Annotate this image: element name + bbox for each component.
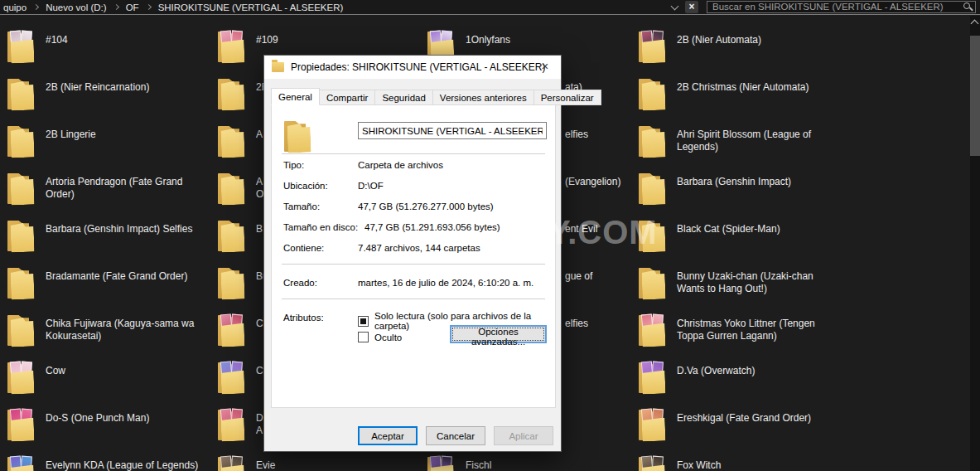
- folder-item[interactable]: 2B Christmas (Nier Automata): [638, 76, 842, 111]
- folder-icon: [7, 265, 35, 300]
- tab-versiones-anteriores[interactable]: Versiones anteriores: [433, 90, 534, 105]
- chevron-down-icon[interactable]: [671, 2, 679, 11]
- vertical-scrollbar[interactable]: [970, 16, 980, 471]
- folder-item[interactable]: Evelynn KDA (League of Legends): [7, 454, 211, 471]
- folder-item[interactable]: Chika Fujiwara (Kaguya-sama wa Kokuraset…: [7, 313, 211, 347]
- folder-item-label: Evelynn KDA (League of Legends): [46, 459, 211, 471]
- address-toolbar: quipo Nuevo vol (D:) OF SHIROKITSUNE (VE…: [0, 0, 980, 15]
- general-tab-page: Tipo: Carpeta de archivos Ubicación: D:\…: [271, 104, 556, 408]
- folder-icon: [7, 407, 35, 442]
- folder-column-1: #1042B (Nier Reincarnation)2B LingerieAr…: [7, 15, 215, 471]
- chevron-right-icon: [113, 4, 119, 10]
- folder-icon: [217, 218, 245, 253]
- folder-item[interactable]: Ahri Spirit Blossom (League of Legends): [638, 124, 842, 158]
- info-value: 7.487 archivos, 144 carpetas: [358, 243, 548, 253]
- info-label: Tamaño en disco:: [283, 222, 364, 232]
- breadcrumb-item-current[interactable]: SHIROKITSUNE (VERTIGAL - ALSEEKER): [155, 2, 347, 12]
- folder-item[interactable]: Evie: [217, 454, 422, 471]
- readonly-checkbox[interactable]: [358, 316, 369, 327]
- folder-icon: [217, 313, 245, 347]
- info-row-tamano-disco: Tamaño en disco: 47,7 GB (51.291.693.056…: [283, 222, 548, 232]
- folder-icon: [638, 454, 666, 471]
- folder-icon: [638, 171, 666, 206]
- folder-item-label: 2B (Nier Automata): [677, 34, 842, 46]
- scroll-up-icon[interactable]: [971, 20, 979, 28]
- tab-seguridad[interactable]: Seguridad: [375, 90, 432, 105]
- folder-column-4: 2B (Nier Automata)2B Christmas (Nier Aut…: [638, 15, 847, 471]
- cancel-button[interactable]: Cancelar: [426, 426, 485, 445]
- folder-icon: [217, 124, 245, 158]
- folder-icon: [217, 407, 245, 442]
- scrollbar-thumb[interactable]: [970, 36, 980, 156]
- folder-item-label: 2B Christmas (Nier Automata): [677, 81, 842, 94]
- info-value: D:\OF: [358, 181, 548, 191]
- folder-icon: [638, 360, 666, 395]
- folder-item-label: D.Va (Overwatch): [677, 365, 842, 377]
- folder-item[interactable]: Fox Witch: [638, 454, 842, 471]
- folder-item-label: Do-S (One Punch Man): [46, 412, 211, 425]
- folder-item-label: Bradamante (Fate Grand Order): [46, 270, 211, 283]
- folder-icon: [7, 124, 35, 158]
- hidden-attribute: Oculto: [358, 332, 402, 342]
- folder-item-label: Artoria Pendragon (Fate Grand Order): [46, 176, 211, 201]
- separator: [282, 264, 545, 265]
- folder-item-label: #109: [256, 34, 422, 46]
- folder-icon: [638, 76, 666, 111]
- hidden-label: Oculto: [374, 333, 402, 342]
- advanced-options-button[interactable]: Opciones avanzadas...: [450, 325, 547, 343]
- breadcrumb-item-of[interactable]: OF: [123, 2, 142, 12]
- refresh-stop-icon[interactable]: ×: [685, 1, 698, 13]
- info-row-tamano: Tamaño: 47,7 GB (51.276.277.000 bytes): [283, 202, 548, 211]
- folder-item[interactable]: 2B (Nier Automata): [638, 29, 842, 64]
- folder-icon: [7, 76, 35, 111]
- folder-item[interactable]: Christmas Yoko Littner (Tengen Toppa Gur…: [638, 313, 842, 347]
- dialog-title: Propiedades: SHIROKITSUNE (VERTIGAL - AL…: [291, 61, 545, 73]
- info-row-tipo: Tipo: Carpeta de archivos: [283, 160, 548, 170]
- info-label: Tamaño:: [283, 202, 358, 211]
- folder-item[interactable]: 2B Lingerie: [7, 124, 211, 158]
- tab-compartir[interactable]: Compartir: [320, 90, 375, 105]
- folder-icon: [638, 124, 666, 158]
- breadcrumb-item-drive[interactable]: Nuevo vol (D:): [42, 2, 110, 12]
- search-input[interactable]: Buscar en SHIROKITSUNE (VERTIGAL - ALSEE…: [707, 1, 976, 13]
- folder-icon: [638, 313, 666, 347]
- folder-item[interactable]: Artoria Pendragon (Fate Grand Order): [7, 171, 211, 206]
- folder-item[interactable]: #104: [7, 29, 211, 64]
- folder-item-label: Ahri Spirit Blossom (League of Legends): [677, 129, 842, 153]
- accept-button[interactable]: Aceptar: [358, 426, 418, 445]
- tab-personalizar[interactable]: Personalizar: [534, 90, 601, 105]
- close-icon[interactable]: ×: [536, 58, 554, 75]
- folder-item[interactable]: Bradamante (Fate Grand Order): [7, 265, 211, 300]
- folder-item[interactable]: Barbara (Genshin Impact): [638, 171, 842, 206]
- folder-icon: [217, 454, 245, 471]
- folder-item[interactable]: Ereshkigal (Fate Grand Order): [638, 407, 842, 442]
- dialog-tabs: General Compartir Seguridad Versiones an…: [271, 88, 601, 105]
- chevron-right-icon: [33, 4, 39, 10]
- folder-item[interactable]: Cow: [7, 360, 211, 395]
- folder-icon: [638, 265, 666, 300]
- folder-item[interactable]: Barbara (Genshin Impact) Selfies: [7, 218, 211, 253]
- info-label: Creado:: [283, 278, 358, 288]
- folder-icon: [217, 265, 245, 300]
- folder-item[interactable]: Fischl: [427, 454, 631, 471]
- folder-item[interactable]: 2B (Nier Reincarnation): [7, 76, 211, 111]
- info-value: 47,7 GB (51.276.277.000 bytes): [358, 202, 548, 211]
- hidden-checkbox[interactable]: [358, 332, 369, 342]
- folder-item-label: Fox Witch: [677, 459, 842, 471]
- folder-item[interactable]: Bunny Uzaki-chan (Uzaki-chan Wants to Ha…: [638, 265, 842, 300]
- folder-item-label: Black Cat (Spider-Man): [677, 223, 842, 236]
- info-row-ubicacion: Ubicación: D:\OF: [283, 181, 548, 191]
- folder-item[interactable]: Do-S (One Punch Man): [7, 407, 211, 442]
- search-icon[interactable]: [963, 2, 970, 9]
- apply-button[interactable]: Aplicar: [494, 426, 553, 445]
- folder-item[interactable]: Black Cat (Spider-Man): [638, 218, 842, 253]
- info-label: Ubicación:: [283, 181, 358, 191]
- breadcrumb-item-equipo[interactable]: quipo: [0, 2, 30, 12]
- folder-icon: [7, 29, 35, 64]
- folder-item[interactable]: D.Va (Overwatch): [638, 360, 842, 395]
- tab-general[interactable]: General: [271, 88, 320, 105]
- folder-icon: [7, 171, 35, 206]
- folder-icon: [7, 454, 35, 471]
- folder-item-label: 2B (Nier Reincarnation): [46, 81, 211, 94]
- folder-name-input[interactable]: [358, 122, 547, 139]
